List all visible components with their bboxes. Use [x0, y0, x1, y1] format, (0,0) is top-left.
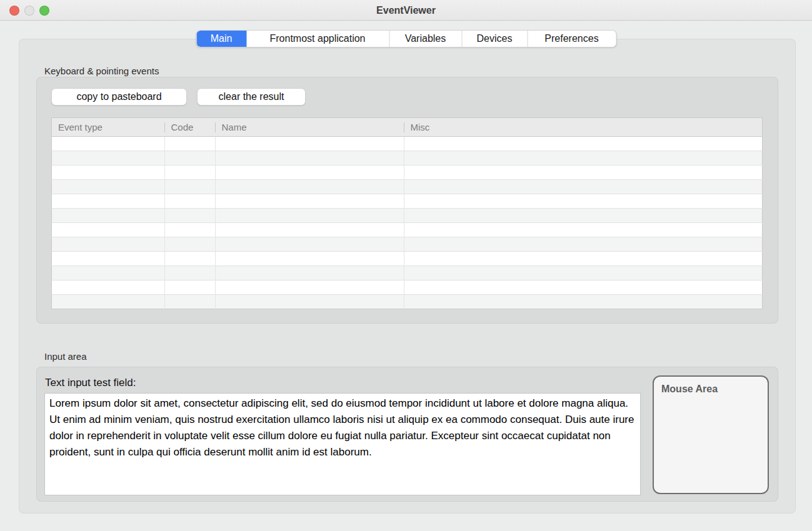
table-cell [216, 266, 404, 280]
table-cell [216, 223, 404, 237]
table-row[interactable] [52, 280, 763, 295]
table-cell [165, 166, 216, 180]
table-row[interactable] [52, 151, 763, 166]
tab-devices[interactable]: Devices [461, 31, 527, 47]
tab-content-panel: Keyboard & pointing events copy to paste… [19, 39, 796, 514]
table-row[interactable] [52, 194, 763, 209]
app-window: EventViewer Keyboard & pointing events c… [0, 0, 812, 531]
table-cell [216, 137, 404, 151]
table-cell [165, 209, 216, 223]
table-cell [52, 209, 165, 223]
window-content: Keyboard & pointing events copy to paste… [0, 21, 812, 531]
table-cell [165, 137, 216, 151]
table-cell [52, 295, 165, 309]
table-cell [52, 194, 165, 209]
table-cell [165, 266, 216, 280]
events-group-box: copy to pasteboard clear the result Even… [36, 77, 778, 324]
table-cell [165, 295, 216, 309]
table-cell [404, 166, 763, 180]
tab-bar: MainFrontmost applicationVariablesDevice… [196, 30, 616, 47]
table-body [52, 137, 763, 309]
table-row[interactable] [52, 166, 763, 180]
table-cell [216, 166, 404, 180]
table-cell [216, 295, 404, 309]
table-cell [216, 280, 404, 295]
clear-result-button[interactable]: clear the result [197, 88, 306, 106]
tab-preferences[interactable]: Preferences [527, 31, 616, 47]
table-cell [52, 166, 165, 180]
table-cell [165, 237, 216, 252]
column-header-event-type[interactable]: Event type [52, 118, 165, 137]
table-cell [52, 252, 165, 266]
table-row[interactable] [52, 223, 763, 237]
table-row[interactable] [52, 266, 763, 280]
table-cell [52, 137, 165, 151]
table-cell [165, 280, 216, 295]
table-cell [216, 209, 404, 223]
table-cell [404, 194, 763, 209]
table-row[interactable] [52, 295, 763, 309]
table-cell [165, 223, 216, 237]
table-cell [216, 252, 404, 266]
table-cell [404, 137, 763, 151]
copy-to-pasteboard-button[interactable]: copy to pasteboard [51, 88, 187, 106]
column-header-name[interactable]: Name [216, 118, 404, 137]
window-titlebar: EventViewer [0, 0, 812, 21]
table-cell [52, 280, 165, 295]
mouse-area[interactable]: Mouse Area [653, 375, 769, 494]
table-cell [216, 194, 404, 209]
table-cell [404, 180, 763, 194]
table-header-row: Event typeCodeNameMisc [52, 118, 763, 137]
table-cell [165, 151, 216, 166]
text-input-test-field[interactable]: Lorem ipsum dolor sit amet, consectetur … [44, 393, 641, 495]
table-cell [165, 252, 216, 266]
events-table[interactable]: Event typeCodeNameMisc [51, 117, 763, 309]
table-cell [404, 252, 763, 266]
column-header-misc[interactable]: Misc [404, 118, 763, 137]
table-cell [216, 151, 404, 166]
table-row[interactable] [52, 180, 763, 194]
table-row[interactable] [52, 252, 763, 266]
table-cell [165, 194, 216, 209]
table-cell [52, 151, 165, 166]
text-input-label: Text input test field: [45, 377, 136, 389]
column-header-code[interactable]: Code [165, 118, 216, 137]
table-cell [404, 209, 763, 223]
table-row[interactable] [52, 209, 763, 223]
table-cell [216, 180, 404, 194]
table-cell [52, 180, 165, 194]
window-title: EventViewer [0, 0, 812, 21]
table-cell [404, 266, 763, 280]
table-row[interactable] [52, 237, 763, 252]
table-cell [404, 295, 763, 309]
table-cell [165, 180, 216, 194]
table-cell [404, 223, 763, 237]
table-cell [52, 266, 165, 280]
table-row[interactable] [52, 137, 763, 151]
input-group-box: Text input test field: Lorem ipsum dolor… [36, 367, 778, 502]
table-cell [404, 280, 763, 295]
input-section-label: Input area [44, 351, 87, 362]
events-section-label: Keyboard & pointing events [44, 66, 159, 76]
table-cell [404, 237, 763, 252]
table-cell [52, 223, 165, 237]
tab-frontmost-application[interactable]: Frontmost application [246, 31, 389, 47]
table-cell [404, 151, 763, 166]
table-cell [216, 237, 404, 252]
tab-main[interactable]: Main [196, 31, 246, 47]
tab-variables[interactable]: Variables [389, 31, 461, 47]
mouse-area-label: Mouse Area [654, 377, 768, 395]
table-cell [52, 237, 165, 252]
